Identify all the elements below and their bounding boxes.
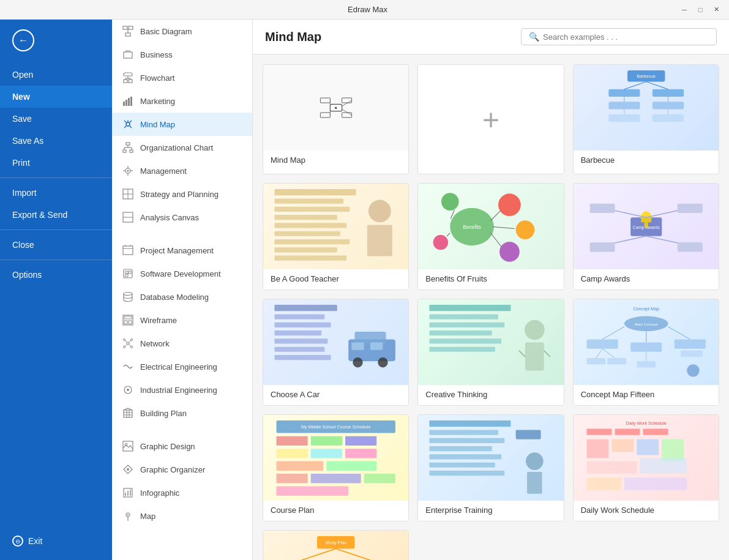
category-strategy[interactable]: Strategy and Planning — [112, 182, 252, 206]
svg-text:Concept Map: Concept Map — [633, 307, 659, 312]
search-bar[interactable]: 🔍 — [521, 28, 717, 45]
svg-text:Benefits: Benefits — [463, 224, 482, 230]
template-card-mindmap[interactable]: ■ Mind Map — [263, 64, 409, 174]
template-thumb-course: My Middle School Course Schedule — [263, 415, 408, 501]
infographic-icon — [122, 487, 134, 499]
template-card-creative[interactable]: Creative Thinking — [417, 299, 564, 406]
search-input[interactable] — [543, 32, 709, 42]
sidebar-item-open[interactable]: Open — [0, 64, 112, 86]
svg-point-72 — [127, 468, 129, 471]
svg-rect-204 — [643, 428, 668, 435]
template-card-course[interactable]: My Middle School Course Schedule — [263, 414, 409, 521]
close-button[interactable]: ✕ — [711, 4, 722, 15]
template-card-extra[interactable]: Study Plan Study Plan — [263, 530, 409, 560]
category-management[interactable]: Management — [112, 159, 252, 182]
svg-rect-107 — [274, 223, 346, 228]
svg-point-63 — [127, 389, 129, 391]
template-card-daily[interactable]: Daily Work Schedule — [573, 414, 719, 521]
category-building[interactable]: Building Plan — [112, 401, 252, 425]
electrical-icon — [122, 360, 134, 373]
category-org-chart[interactable]: Organizational Chart — [112, 136, 252, 159]
category-label: Analysis Canvas — [140, 213, 199, 222]
svg-line-215 — [298, 548, 335, 560]
svg-rect-95 — [608, 114, 640, 121]
category-electrical[interactable]: Electrical Engineering — [112, 355, 252, 378]
template-card-enterprise[interactable]: Enterprise Training — [417, 414, 564, 521]
svg-rect-106 — [274, 215, 337, 220]
sidebar-item-import[interactable]: Import — [0, 182, 112, 204]
template-label: Be A Good Teacher — [263, 269, 408, 289]
template-card-benefits[interactable]: Benefits — [417, 183, 564, 290]
svg-rect-155 — [430, 346, 495, 351]
svg-rect-7 — [129, 80, 132, 83]
sidebar-item-export[interactable]: Export & Send — [0, 204, 112, 226]
svg-point-146 — [353, 357, 362, 367]
svg-rect-135 — [589, 242, 615, 252]
svg-rect-64 — [124, 410, 132, 417]
content-header: Mind Map 🔍 — [253, 20, 729, 54]
sidebar-item-save-as[interactable]: Save As — [0, 130, 112, 152]
category-label: Marketing — [140, 97, 175, 106]
category-software-dev[interactable]: Software Development — [112, 262, 252, 285]
category-infographic[interactable]: Infographic — [112, 481, 252, 504]
category-marketing[interactable]: Marketing — [112, 89, 252, 113]
svg-line-170 — [602, 348, 615, 357]
template-label: Barbecue — [574, 151, 719, 171]
template-card-new[interactable]: + — [417, 64, 564, 174]
category-label: Mind Map — [140, 120, 175, 129]
sidebar-item-new[interactable]: New — [0, 86, 112, 108]
sidebar-nav: Open New Save Save As Print Import Expor… — [0, 61, 112, 529]
maximize-button[interactable]: □ — [695, 4, 706, 15]
svg-line-122 — [493, 226, 515, 228]
svg-rect-140 — [274, 330, 321, 335]
template-card-camp[interactable]: Camp Awards — [573, 183, 719, 290]
svg-rect-133 — [589, 203, 615, 212]
category-graphic-organizer[interactable]: Graphic Organizer — [112, 458, 252, 481]
svg-line-169 — [596, 348, 602, 357]
svg-rect-181 — [345, 436, 376, 445]
sidebar-item-print[interactable]: Print — [0, 152, 112, 174]
category-network[interactable]: Network — [112, 332, 252, 355]
sidebar-item-close[interactable]: Close — [0, 234, 112, 256]
svg-rect-179 — [276, 436, 307, 445]
category-industrial[interactable]: Industrial Engineering — [112, 378, 252, 401]
minimize-button[interactable]: ─ — [679, 4, 690, 15]
svg-rect-143 — [274, 354, 331, 359]
svg-rect-113 — [367, 225, 392, 256]
sidebar-item-options[interactable]: Options — [0, 264, 112, 286]
category-mind-map[interactable]: Mind Map — [112, 113, 252, 136]
svg-rect-153 — [430, 330, 492, 335]
template-card-concept[interactable]: Concept Map Main Concept — [573, 299, 719, 406]
sidebar-item-save[interactable]: Save — [0, 108, 112, 130]
back-button[interactable]: ← — [0, 20, 112, 61]
svg-rect-51 — [124, 321, 127, 324]
category-map[interactable]: Map — [112, 504, 252, 528]
category-basic-diagram[interactable]: Basic Diagram — [112, 20, 252, 43]
category-project-mgmt[interactable]: Project Management — [112, 239, 252, 262]
svg-rect-52 — [129, 321, 132, 324]
category-business[interactable]: Business — [112, 43, 252, 66]
category-flowchart[interactable]: Flowchart — [112, 66, 252, 89]
template-card-choose-car[interactable]: Choose A Car — [263, 299, 409, 406]
category-graphic-design[interactable]: Graphic Design — [112, 435, 252, 458]
template-thumb-extra: Study Plan — [263, 531, 408, 560]
svg-rect-166 — [586, 339, 618, 348]
plus-icon: + — [482, 103, 499, 136]
svg-rect-4 — [124, 52, 132, 58]
template-thumb-enterprise — [418, 415, 563, 501]
templates-scroll[interactable]: ■ Mind Map — [253, 54, 729, 560]
exit-button[interactable]: ⊖ Exit — [0, 529, 112, 553]
template-thumb-benefits: Benefits — [418, 184, 563, 269]
template-card-barbecue[interactable]: Barbecue — [573, 64, 719, 174]
svg-text:■: ■ — [335, 105, 337, 110]
template-label: Enterprise Training — [418, 501, 563, 521]
org-chart-icon — [122, 141, 134, 154]
svg-rect-23 — [123, 150, 126, 152]
category-label: Network — [140, 339, 170, 348]
category-database[interactable]: Database Modeling — [112, 285, 252, 308]
template-card-good-teacher[interactable]: Be A Good Teacher — [263, 183, 409, 290]
svg-rect-205 — [586, 439, 608, 458]
category-analysis[interactable]: Analysis Canvas — [112, 206, 252, 229]
svg-line-18 — [130, 126, 132, 128]
category-wireframe[interactable]: Wireframe — [112, 308, 252, 332]
